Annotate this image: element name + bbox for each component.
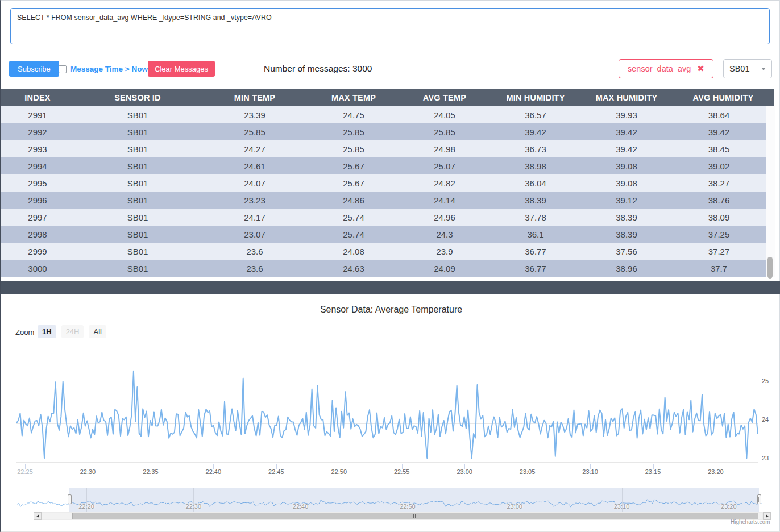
table-cell: 38.09 xyxy=(672,213,766,222)
arrow-left-icon xyxy=(36,514,39,518)
table-cell: 38.39 xyxy=(581,213,672,222)
table-cell: 25.85 xyxy=(308,144,399,154)
caret-down-icon xyxy=(761,68,766,70)
table-cell: 38.39 xyxy=(490,196,581,205)
table-cell: 36.04 xyxy=(490,178,581,188)
gridline-23 xyxy=(16,462,758,463)
table-cell: 2992 xyxy=(1,127,74,137)
header-cell: INDEX xyxy=(1,93,74,102)
table-cell: 2994 xyxy=(1,161,74,171)
table-cell: 23.6 xyxy=(201,247,308,256)
table-scrollbar-track[interactable] xyxy=(766,106,775,277)
table-cell: SB01 xyxy=(74,264,201,273)
table-cell: 38.76 xyxy=(672,196,766,205)
table-cell: 39.12 xyxy=(581,196,672,205)
table-cell: SB01 xyxy=(74,247,201,256)
table-cell: 25.67 xyxy=(308,161,399,171)
table-cell: SB01 xyxy=(74,213,201,222)
table-cell: 37.78 xyxy=(490,213,581,222)
navigator-label: 23:00 xyxy=(507,503,522,510)
table-row: 3000SB0123.624.6324.0936.7738.9637.7 xyxy=(1,260,766,277)
table-cell: 24.86 xyxy=(308,196,399,205)
scrollbar-left-button[interactable] xyxy=(34,512,42,520)
table-cell: 24.05 xyxy=(399,110,490,120)
table-cell: 24.09 xyxy=(399,264,490,273)
table-cell: 38.39 xyxy=(581,230,672,239)
app-window: SELECT * FROM sensor_data_avg WHERE _kty… xyxy=(0,0,780,532)
table-cell: SB01 xyxy=(74,196,201,205)
table-scrollbar-thumb[interactable] xyxy=(767,257,773,279)
scrollbar-thumb[interactable] xyxy=(72,513,758,519)
highcharts-credit[interactable]: Highcharts.com xyxy=(731,519,770,525)
table-cell: 24.08 xyxy=(308,247,399,256)
query-editor: SELECT * FROM sensor_data_avg WHERE _kty… xyxy=(10,8,770,44)
table-cell: SB01 xyxy=(74,161,201,171)
table-cell: 39.08 xyxy=(581,178,672,188)
header-cell: SENSOR ID xyxy=(74,93,201,102)
navigator-label: 22:20 xyxy=(78,503,94,510)
table-cell: 37.7 xyxy=(672,264,766,273)
x-axis-label: 23:05 xyxy=(520,468,536,475)
x-axis-label: 22:45 xyxy=(268,468,284,475)
table-cell: 36.57 xyxy=(490,110,581,120)
table-row: 2995SB0124.0725.6724.8236.0439.0838.27 xyxy=(1,174,766,192)
y-axis-label: 23 xyxy=(762,455,769,462)
header-cell: AVG HUMIDITY xyxy=(672,93,774,102)
table-cell: 38.96 xyxy=(581,264,672,273)
table-cell: 2998 xyxy=(1,230,74,239)
data-table: 2991SB0123.3924.7524.0536.5739.9338.6429… xyxy=(1,106,766,277)
table-cell: 25.74 xyxy=(308,213,399,222)
header-cell: MAX HUMIDITY xyxy=(581,93,672,102)
zoom-button-all[interactable]: All xyxy=(89,325,106,338)
table-cell: SB01 xyxy=(74,127,201,137)
x-axis-label: 23:15 xyxy=(645,468,661,475)
table-cell: SB01 xyxy=(74,230,201,239)
table-cell: SB01 xyxy=(74,178,201,188)
x-axis-label: 22:30 xyxy=(80,468,96,475)
table-cell: 2995 xyxy=(1,178,74,188)
x-axis-label: 23:00 xyxy=(457,468,472,475)
table-cell: 39.02 xyxy=(672,161,766,171)
table-row: 2999SB0123.624.0823.936.7737.5637.27 xyxy=(1,243,766,260)
sensor-select-value: SB01 xyxy=(729,64,749,73)
topic-chip[interactable]: sensor_data_avg ✖ xyxy=(619,59,713,78)
table-cell: 24.61 xyxy=(201,161,308,171)
x-axis-label: 22:25 xyxy=(17,468,33,475)
table-cell: 39.42 xyxy=(672,127,766,137)
gridline-24 xyxy=(16,423,758,424)
clear-messages-button[interactable]: Clear Messages xyxy=(148,61,215,77)
arrow-right-icon xyxy=(766,514,769,518)
header-cell: MAX TEMP xyxy=(308,93,399,102)
table-cell: 36.77 xyxy=(490,247,581,256)
table-cell: 25.85 xyxy=(201,127,308,137)
subscribe-button[interactable]: Subscribe xyxy=(9,61,59,77)
query-input[interactable]: SELECT * FROM sensor_data_avg WHERE _kty… xyxy=(10,8,770,44)
remove-topic-icon[interactable]: ✖ xyxy=(697,64,704,74)
x-axis-label: 22:50 xyxy=(331,468,347,475)
x-axis-label: 23:20 xyxy=(708,468,724,475)
table-cell: 3000 xyxy=(1,264,74,273)
table-cell: 25.67 xyxy=(308,178,399,188)
navigator-handle-right[interactable] xyxy=(757,494,761,504)
table-cell: 23.39 xyxy=(201,110,308,120)
table-row: 2992SB0125.8525.8525.8539.4239.4239.42 xyxy=(1,123,766,140)
table-cell: SB01 xyxy=(74,144,201,154)
zoom-button-1h[interactable]: 1H xyxy=(38,325,56,338)
table-cell: 39.42 xyxy=(581,127,672,137)
x-axis-label: 22:40 xyxy=(206,468,222,475)
table-cell: 38.45 xyxy=(672,144,766,154)
table-cell: 24.3 xyxy=(399,230,490,239)
topic-chip-label: sensor_data_avg xyxy=(628,64,691,73)
table-cell: 2997 xyxy=(1,213,74,222)
table-cell: 39.42 xyxy=(581,144,672,154)
table-cell: 24.17 xyxy=(201,213,308,222)
table-cell: 2991 xyxy=(1,110,74,120)
message-time-label[interactable]: Message Time > Now xyxy=(70,65,148,73)
sensor-select[interactable]: SB01 xyxy=(723,59,772,78)
table-cell: 23.6 xyxy=(201,264,308,273)
table-cell: 24.07 xyxy=(201,178,308,188)
table-cell: 24.98 xyxy=(399,144,490,154)
message-time-checkbox[interactable] xyxy=(59,65,67,73)
navigator-handle-left[interactable] xyxy=(68,494,72,504)
table-cell: 37.25 xyxy=(672,230,766,239)
